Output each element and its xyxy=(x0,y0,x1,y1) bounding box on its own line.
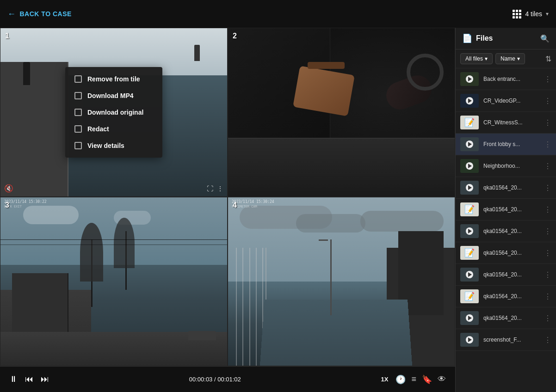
file-more-button[interactable]: ⋮ xyxy=(544,227,551,236)
name-sort-button[interactable]: Name ▾ xyxy=(495,53,525,64)
file-item[interactable]: CR_VideoGP...⋮ xyxy=(456,90,556,112)
file-item[interactable]: qka01564_20...⋮ xyxy=(456,177,556,199)
speed-button[interactable]: 1X xyxy=(381,376,389,383)
grid-icon xyxy=(513,10,521,18)
file-more-button[interactable]: ⋮ xyxy=(544,140,551,149)
file-thumbnail: 📝 xyxy=(460,246,479,260)
all-files-filter[interactable]: All files ▾ xyxy=(460,53,493,64)
video-tile-3[interactable]: 3 xyxy=(0,197,228,366)
file-name: CR_VideoGP... xyxy=(483,98,539,104)
file-more-button[interactable]: ⋮ xyxy=(544,249,551,257)
context-menu-item-download-mp4[interactable]: Download MP4 xyxy=(65,87,162,104)
file-thumbnail: 📝 xyxy=(460,289,479,303)
context-menu-item-view-details[interactable]: View details xyxy=(65,137,162,154)
file-item[interactable]: 📝CR_WitnessS...⋮ xyxy=(456,112,556,134)
video-grid: 1 xyxy=(0,28,455,366)
redact-label: Redact xyxy=(87,125,109,133)
file-more-button[interactable]: ⋮ xyxy=(544,162,551,171)
video-tile-2[interactable]: 2 xyxy=(228,28,455,197)
file-name: Front lobby s... xyxy=(483,141,539,147)
play-overlay-icon xyxy=(466,271,473,278)
file-thumbnail xyxy=(460,137,479,151)
video-tile-1[interactable]: 1 xyxy=(0,28,228,197)
main-content: 1 xyxy=(0,28,556,392)
file-name: qka01564_20... xyxy=(483,250,539,256)
control-icons: 🕐 ≡ 🔖 👁 xyxy=(395,374,446,385)
back-label: BACK TO CASE xyxy=(20,10,72,18)
file-item[interactable]: screenshot_F...⋮ xyxy=(456,329,556,351)
remove-checkbox[interactable] xyxy=(74,75,82,83)
video-area: 1 xyxy=(0,28,455,392)
sort-order-icon[interactable]: ⇅ xyxy=(545,55,551,63)
file-thumbnail xyxy=(460,224,479,238)
fullscreen-button-1[interactable]: ⛶ xyxy=(207,185,213,192)
pause-button[interactable]: ⏸ xyxy=(9,374,18,384)
file-name: qka01564_20... xyxy=(483,271,539,278)
file-thumbnail xyxy=(460,94,479,108)
download-mp4-checkbox[interactable] xyxy=(74,92,82,99)
redact-checkbox[interactable] xyxy=(74,125,82,133)
previous-button[interactable]: ⏮ xyxy=(25,374,33,384)
file-item[interactable]: qka01564_20...⋮ xyxy=(456,307,556,329)
file-item[interactable]: Neighborhoo...⋮ xyxy=(456,155,556,177)
file-more-button[interactable]: ⋮ xyxy=(544,292,551,301)
file-name: qka01564_20... xyxy=(483,315,539,321)
file-more-button[interactable]: ⋮ xyxy=(544,336,551,344)
play-overlay-icon xyxy=(466,336,473,343)
play-overlay-icon xyxy=(466,75,473,83)
next-button[interactable]: ⏭ xyxy=(41,374,49,384)
file-more-button[interactable]: ⋮ xyxy=(544,97,551,105)
video-tile-4[interactable]: 4 xyxy=(228,197,455,366)
file-name: CR_WitnessS... xyxy=(483,119,539,126)
chevron-down-icon: ▾ xyxy=(546,11,549,17)
file-more-button[interactable]: ⋮ xyxy=(544,184,551,192)
list-icon[interactable]: ≡ xyxy=(411,374,416,384)
download-mp4-label: Download MP4 xyxy=(87,92,134,99)
file-item[interactable]: Front lobby s...⋮ xyxy=(456,134,556,155)
mute-button-1[interactable]: 🔇 xyxy=(4,184,13,193)
file-more-button[interactable]: ⋮ xyxy=(544,270,551,279)
file-name: screenshot_F... xyxy=(483,337,539,343)
tile-number-3: 3 xyxy=(5,201,9,209)
context-menu-item-redact[interactable]: Redact xyxy=(65,121,162,137)
tiles-control[interactable]: 4 tiles ▾ xyxy=(513,10,549,18)
sidebar-title: 📄 Files xyxy=(462,33,493,43)
file-name: qka01564_20... xyxy=(483,293,539,300)
bookmark-icon[interactable]: 🔖 xyxy=(422,374,432,385)
file-item[interactable]: 📝qka01564_20...⋮ xyxy=(456,199,556,220)
remove-label: Remove from tile xyxy=(87,75,140,83)
file-name: qka01564_20... xyxy=(483,184,539,191)
file-more-button[interactable]: ⋮ xyxy=(544,75,551,84)
context-menu-item-download-original[interactable]: Download original xyxy=(65,104,162,121)
search-icon[interactable]: 🔍 xyxy=(540,34,550,43)
document-icon: 📝 xyxy=(464,204,475,214)
file-list: Back entranc...⋮CR_VideoGP...⋮📝CR_Witnes… xyxy=(456,68,556,392)
download-original-checkbox[interactable] xyxy=(74,109,82,116)
clock-icon[interactable]: 🕐 xyxy=(395,374,406,385)
context-menu-item-remove[interactable]: Remove from tile xyxy=(65,71,162,87)
files-icon: 📄 xyxy=(462,33,472,43)
play-overlay-icon xyxy=(466,227,473,235)
file-name: qka01564_20... xyxy=(483,228,539,234)
file-more-button[interactable]: ⋮ xyxy=(544,314,551,323)
time-display: 00:00:03 / 00:01:02 xyxy=(56,376,374,383)
view-details-checkbox[interactable] xyxy=(74,142,82,149)
document-icon: 📝 xyxy=(464,291,475,301)
tile-number-4: 4 xyxy=(233,201,237,209)
file-name: Back entranc... xyxy=(483,76,539,82)
file-item[interactable]: qka01564_20...⋮ xyxy=(456,220,556,242)
eye-icon[interactable]: 👁 xyxy=(438,374,446,384)
file-item[interactable]: qka01564_20...⋮ xyxy=(456,264,556,286)
file-more-button[interactable]: ⋮ xyxy=(544,205,551,214)
file-item[interactable]: 📝qka01564_20...⋮ xyxy=(456,242,556,264)
file-name: Neighborhoo... xyxy=(483,163,539,169)
file-item[interactable]: Back entranc...⋮ xyxy=(456,68,556,90)
file-thumbnail: 📝 xyxy=(460,116,479,129)
more-button-1[interactable]: ⋮ xyxy=(217,185,223,192)
document-icon: 📝 xyxy=(464,248,475,258)
file-item[interactable]: 📝qka01564_20...⋮ xyxy=(456,286,556,307)
back-to-case-link[interactable]: ← BACK TO CASE xyxy=(7,9,72,19)
play-overlay-icon xyxy=(466,314,473,322)
file-thumbnail xyxy=(460,333,479,347)
file-more-button[interactable]: ⋮ xyxy=(544,118,551,127)
